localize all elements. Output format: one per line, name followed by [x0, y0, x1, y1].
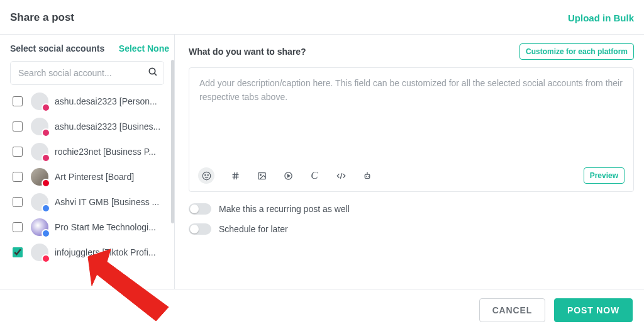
account-checkbox[interactable]	[13, 247, 23, 257]
svg-point-15	[366, 176, 367, 177]
avatar	[31, 118, 48, 135]
video-icon[interactable]	[282, 170, 294, 181]
page-header: Share a post Upload in Bulk	[0, 0, 644, 35]
svg-line-13	[340, 173, 342, 179]
post-textarea[interactable]: Add your description/caption here. This …	[189, 68, 633, 162]
avatar	[31, 93, 48, 110]
google-business-icon	[42, 229, 50, 238]
embed-icon[interactable]	[335, 170, 347, 181]
account-item[interactable]: rochie23net [Business P...	[10, 139, 167, 164]
account-list: ashu.desai2323 [Person... ashu.desai2323…	[10, 89, 167, 299]
account-checkbox[interactable]	[13, 222, 23, 232]
account-checkbox[interactable]	[13, 172, 23, 182]
account-label: ashu.desai2323 [Busines...	[55, 121, 167, 132]
svg-rect-14	[365, 174, 370, 178]
account-item[interactable]: ashu.desai2323 [Busines...	[10, 114, 167, 139]
schedule-label: Schedule for later	[219, 224, 288, 234]
account-checkbox[interactable]	[13, 121, 23, 132]
account-label: infojugglers [Tiktok Profi...	[55, 247, 167, 257]
recurring-toggle[interactable]	[189, 203, 211, 215]
svg-point-18	[367, 172, 368, 173]
avatar	[31, 143, 48, 160]
account-label: Ashvi IT GMB [Business ...	[55, 197, 167, 207]
account-item[interactable]: ashu.desai2323 [Person...	[10, 89, 167, 114]
hashtag-icon[interactable]	[230, 170, 241, 181]
post-editor: Add your description/caption here. This …	[189, 67, 634, 192]
search-icon[interactable]	[148, 67, 158, 79]
account-checkbox[interactable]	[13, 96, 23, 106]
schedule-toggle[interactable]	[189, 223, 211, 235]
main-columns: Select social accounts Select None ashu.…	[0, 35, 644, 299]
upload-bulk-link[interactable]: Upload in Bulk	[568, 13, 634, 23]
instagram-icon	[42, 154, 50, 162]
avatar	[31, 218, 48, 236]
tiktok-icon	[42, 254, 50, 263]
avatar	[31, 244, 48, 261]
account-checkbox[interactable]	[13, 197, 23, 207]
account-label: Art Pinterest [Board]	[55, 172, 167, 182]
cancel-button[interactable]: CANCEL	[479, 298, 545, 322]
account-item[interactable]: Ashvi IT GMB [Business ...	[10, 189, 167, 215]
select-none-link[interactable]: Select None	[119, 43, 169, 53]
page-title: Share a post	[10, 11, 74, 24]
composer-header: What do you want to share? Customize for…	[189, 43, 634, 60]
svg-line-8	[236, 172, 236, 179]
svg-line-7	[234, 172, 235, 179]
svg-point-10	[260, 174, 261, 176]
pinterest-icon	[42, 179, 50, 188]
search-input[interactable]	[10, 61, 164, 85]
instagram-icon	[42, 128, 50, 137]
image-icon[interactable]	[256, 170, 267, 181]
account-search	[10, 61, 164, 85]
account-label: rochie23net [Business P...	[55, 147, 167, 157]
toolbar-icon-group: C	[198, 167, 373, 184]
account-label: ashu.desai2323 [Person...	[55, 96, 167, 106]
svg-point-16	[368, 176, 369, 177]
editor-toolbar: C Preview	[189, 162, 633, 191]
footer-bar: CANCEL POST NOW	[0, 289, 644, 331]
preview-button[interactable]: Preview	[584, 167, 625, 184]
composer-title: What do you want to share?	[189, 47, 306, 57]
account-item[interactable]: Art Pinterest [Board]	[10, 164, 167, 189]
avatar	[31, 168, 48, 186]
ai-icon[interactable]	[362, 170, 373, 181]
recurring-label: Make this a recurring post as well	[219, 204, 350, 214]
svg-line-1	[154, 73, 156, 75]
account-item[interactable]: infojugglers [Tiktok Profi...	[10, 240, 167, 265]
svg-marker-12	[287, 174, 290, 177]
schedule-toggle-row: Schedule for later	[189, 223, 634, 235]
account-panel-title: Select social accounts	[10, 43, 104, 53]
canva-icon[interactable]: C	[309, 170, 320, 181]
scrollbar-thumb[interactable]	[171, 60, 174, 223]
emoji-icon[interactable]	[198, 167, 214, 184]
account-panel: Select social accounts Select None ashu.…	[0, 35, 175, 299]
account-item[interactable]: Pro Start Me Technologi...	[10, 215, 167, 240]
svg-point-2	[203, 172, 211, 180]
account-label: Pro Start Me Technologi...	[55, 222, 167, 232]
composer-panel: What do you want to share? Customize for…	[175, 35, 644, 299]
account-checkbox[interactable]	[13, 147, 23, 157]
google-business-icon	[42, 204, 50, 213]
svg-point-4	[208, 174, 208, 175]
svg-point-3	[204, 174, 205, 175]
instagram-icon	[42, 103, 50, 112]
account-panel-header: Select social accounts Select None	[10, 43, 169, 53]
customize-platform-button[interactable]: Customize for each platform	[519, 43, 634, 60]
avatar	[31, 193, 48, 211]
recurring-toggle-row: Make this a recurring post as well	[189, 203, 634, 215]
post-now-button[interactable]: POST NOW	[554, 298, 633, 322]
